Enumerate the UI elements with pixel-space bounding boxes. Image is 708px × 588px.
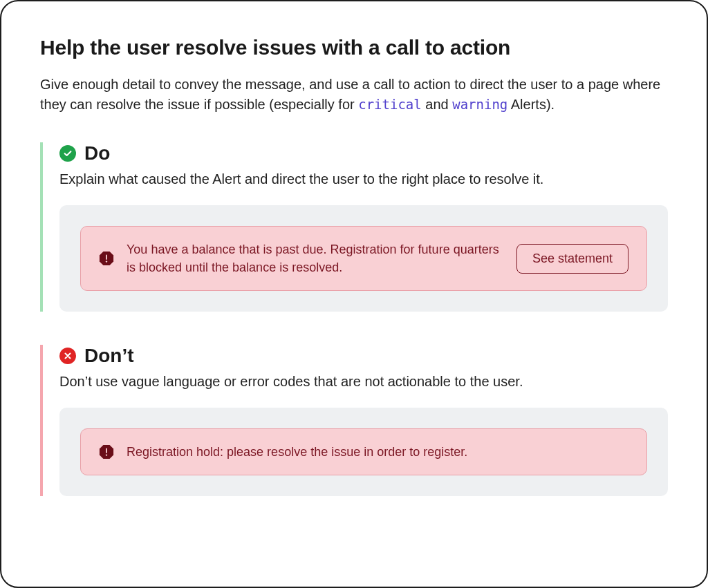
dont-heading-row: Don’t <box>59 345 668 367</box>
svg-rect-4 <box>106 448 107 453</box>
guideline-card: Help the user resolve issues with a call… <box>0 0 708 588</box>
code-warning: warning <box>452 97 507 112</box>
do-description: Explain what caused the Alert and direct… <box>59 171 668 187</box>
alert-text-do: You have a balance that is past due. Reg… <box>127 240 504 276</box>
page-title: Help the user resolve issues with a call… <box>40 36 668 59</box>
critical-alert-dont: Registration hold: please resolve the is… <box>80 428 647 475</box>
dont-label: Don’t <box>84 345 134 367</box>
do-example-well: You have a balance that is past due. Reg… <box>59 205 668 312</box>
code-critical: critical <box>358 97 422 112</box>
alert-octagon-icon <box>99 444 114 459</box>
intro-paragraph: Give enough detail to convey the message… <box>40 75 668 115</box>
dont-example-well: Registration hold: please resolve the is… <box>59 408 668 496</box>
dont-block: Don’t Don’t use vague language or error … <box>40 345 668 496</box>
alert-octagon-icon <box>99 251 114 266</box>
critical-alert-do: You have a balance that is past due. Reg… <box>80 226 647 291</box>
x-circle-icon <box>59 348 76 364</box>
do-label: Do <box>84 142 110 164</box>
intro-text-1: Give enough detail to convey the message… <box>40 77 660 112</box>
check-circle-icon <box>59 145 76 162</box>
do-heading-row: Do <box>59 142 668 164</box>
see-statement-button[interactable]: See statement <box>516 244 628 274</box>
dont-description: Don’t use vague language or error codes … <box>59 374 668 390</box>
svg-rect-1 <box>106 255 107 260</box>
svg-point-5 <box>106 455 107 456</box>
intro-text-2: and <box>422 97 452 112</box>
intro-text-3: Alerts). <box>507 97 555 112</box>
svg-point-2 <box>106 260 107 262</box>
do-block: Do Explain what caused the Alert and dir… <box>40 142 668 312</box>
alert-text-dont: Registration hold: please resolve the is… <box>127 443 628 461</box>
